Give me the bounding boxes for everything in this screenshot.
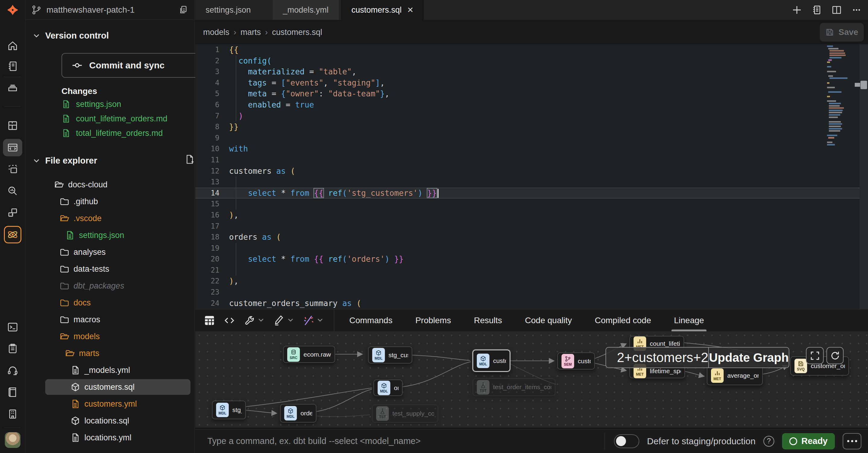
code-line-11[interactable]: 11: [195, 155, 868, 166]
panel-tab-lineage[interactable]: Lineage: [662, 309, 715, 332]
lineage-node-stg-customers[interactable]: MDLstg_customers: [368, 346, 412, 363]
branch-selector[interactable]: matthewshaver-patch-1: [25, 0, 195, 20]
tree-item-marts[interactable]: marts•: [25, 346, 195, 361]
new-tab-icon[interactable]: [792, 4, 802, 15]
changelog-icon[interactable]: [811, 4, 822, 15]
copy-icon[interactable]: [179, 5, 189, 15]
code-line-17[interactable]: 17: [195, 221, 868, 232]
tree-item--vscode[interactable]: .vscode•: [25, 211, 195, 226]
code-line-22[interactable]: 22),: [195, 276, 868, 287]
code-line-8[interactable]: 8}}: [195, 121, 868, 132]
lineage-node-orders[interactable]: MDLorders: [373, 380, 403, 396]
code-line-21[interactable]: 21: [195, 265, 868, 276]
code-line-14[interactable]: 14 select * from {{ ref('stg_customers')…: [195, 188, 868, 199]
code-line-12[interactable]: 12customers as (: [195, 166, 868, 177]
panel-tab-results[interactable]: Results: [462, 309, 513, 332]
fullscreen-button[interactable]: [806, 347, 824, 364]
tree-item-locations-sql[interactable]: locations.sql: [25, 413, 195, 429]
more-actions-icon[interactable]: [851, 4, 862, 15]
code-line-15[interactable]: 15: [195, 198, 868, 209]
support-headset-icon[interactable]: [6, 364, 19, 378]
breadcrumb-segment[interactable]: marts: [241, 27, 261, 37]
tab--models-yml[interactable]: _models.yml: [273, 0, 339, 20]
tree-item-dbt-packages[interactable]: dbt_packages: [25, 278, 195, 294]
tree-item-docs[interactable]: docs•: [25, 295, 195, 311]
lineage-node-avg-order-value[interactable]: METaverage_order_value: [707, 366, 763, 385]
lineage-graph[interactable]: TSTtest_order_items_compute_to_bools_cor…: [195, 331, 868, 428]
lineage-node-stg-orders[interactable]: MDLstg_orders: [212, 400, 246, 419]
chevron-down-icon[interactable]: [287, 316, 294, 325]
tree-item-docs-cloud[interactable]: docs-cloud: [25, 177, 195, 192]
tree-item--models-yml[interactable]: _models.yml: [25, 362, 195, 378]
copy-window-icon[interactable]: [6, 163, 19, 176]
close-icon[interactable]: ✕: [407, 5, 414, 15]
new-file-icon[interactable]: [184, 154, 195, 164]
code-view-icon[interactable]: [224, 315, 235, 326]
lineage-selector-input[interactable]: 2+customers+2: [606, 348, 708, 367]
code-line-7[interactable]: 7 ): [195, 110, 868, 122]
query-explorer-icon[interactable]: [6, 184, 19, 198]
change-item[interactable]: total_lifetime_orders.md+: [61, 126, 216, 140]
tree-item-customers-sql[interactable]: customers.sql: [25, 379, 195, 395]
code-line-23[interactable]: 23: [195, 287, 868, 298]
refresh-graph-button[interactable]: [827, 347, 844, 364]
dbt-catalog-icon[interactable]: [4, 226, 22, 244]
user-avatar[interactable]: [5, 432, 21, 448]
command-input[interactable]: Type a command, ex. dbt build --select <…: [207, 436, 604, 446]
code-line-4[interactable]: 4 tags = ["events", "staging"],: [195, 77, 868, 89]
change-item[interactable]: count_lifetime_orders.md+: [61, 111, 216, 126]
defer-toggle[interactable]: [614, 434, 639, 448]
commit-and-sync-button[interactable]: Commit and sync: [61, 53, 216, 78]
lineage-node-customers-model[interactable]: MDLcustomers: [472, 350, 510, 372]
code-line-13[interactable]: 13: [195, 176, 868, 188]
editor-scrollbar[interactable]: [860, 44, 868, 309]
code-line-16[interactable]: 16),: [195, 209, 868, 221]
code-line-5[interactable]: 5 meta = {"owner": "data-team"},: [195, 88, 868, 99]
code-line-10[interactable]: 10with: [195, 143, 868, 155]
lineage-node-order-items[interactable]: MDLorder_items: [280, 404, 316, 423]
panel-tab-code-quality[interactable]: Code quality: [514, 309, 584, 332]
dashboard-icon[interactable]: [6, 119, 19, 132]
panel-tab-commands[interactable]: Commands: [338, 309, 404, 332]
status-badge[interactable]: Ready: [782, 433, 835, 449]
inbox-icon[interactable]: [6, 81, 19, 94]
code-line-3[interactable]: 3 materialized = "table",: [195, 66, 868, 77]
code-line-18[interactable]: 18orders as (: [195, 232, 868, 243]
split-editor-icon[interactable]: [831, 4, 842, 15]
build-tools-icon[interactable]: [244, 315, 255, 326]
dbt-assist-icon[interactable]: [303, 315, 314, 326]
lineage-node-customers-sem[interactable]: SEMcustomers: [557, 352, 595, 369]
change-item[interactable]: settings.json+: [61, 97, 216, 111]
help-icon[interactable]: ?: [764, 436, 774, 447]
code-line-24[interactable]: 24customer_orders_summary as (: [195, 298, 868, 309]
save-button[interactable]: Save: [820, 23, 864, 41]
code-editor-icon[interactable]: [6, 141, 19, 154]
results-table-icon[interactable]: [204, 315, 215, 326]
more-options-button[interactable]: [843, 433, 861, 449]
panel-tab-compiled-code[interactable]: Compiled code: [583, 309, 662, 332]
tree-item-macros[interactable]: macros: [25, 312, 195, 327]
chevron-down-icon[interactable]: [257, 316, 265, 325]
apps-icon[interactable]: [6, 206, 19, 219]
terminal-icon[interactable]: [6, 321, 19, 334]
tree-item-locations-yml[interactable]: locations.yml: [25, 430, 195, 446]
update-graph-button[interactable]: Update Graph: [708, 348, 789, 367]
version-control-header[interactable]: Version control: [33, 29, 109, 42]
tab-settings-json[interactable]: settings.json: [195, 0, 261, 20]
code-line-20[interactable]: 20 select * from {{ ref('orders') }}: [195, 254, 868, 265]
breadcrumb-segment[interactable]: models: [203, 27, 229, 37]
code-line-1[interactable]: 1{{: [195, 44, 868, 56]
tree-item-analyses[interactable]: analyses: [25, 244, 195, 260]
tree-item-data-tests[interactable]: data-tests: [25, 261, 195, 277]
tab-customers-sql[interactable]: customers.sql✕: [341, 0, 424, 20]
breadcrumb-segment[interactable]: customers.sql: [272, 27, 322, 37]
breadcrumb[interactable]: models›marts›customers.sql: [203, 27, 322, 37]
notebook-icon[interactable]: [6, 60, 19, 73]
tree-item-settings-json[interactable]: settings.json+: [25, 227, 195, 243]
tree-item--github[interactable]: .github: [25, 194, 195, 209]
tree-item-customers-yml[interactable]: customers.yml•: [25, 396, 195, 412]
code-line-9[interactable]: 9: [195, 132, 868, 144]
clipboard-icon[interactable]: [6, 342, 19, 355]
file-explorer-header[interactable]: File explorer: [33, 154, 97, 167]
lint-format-icon[interactable]: [273, 315, 284, 326]
